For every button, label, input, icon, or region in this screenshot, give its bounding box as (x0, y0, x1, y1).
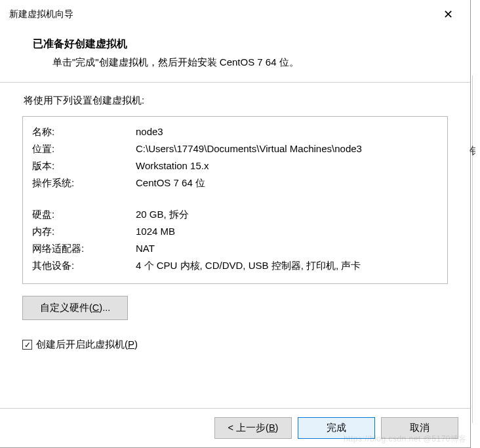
setting-value: NAT (136, 240, 438, 257)
setting-spacer (32, 192, 438, 206)
checkbox-label: 创建后开启此虚拟机(P) (36, 338, 138, 351)
setting-row: 网络适配器:NAT (32, 240, 438, 257)
customize-hardware-button[interactable]: 自定义硬件(C)... (22, 296, 128, 320)
wizard-window: 新建虚拟机向导 ✕ 已准备好创建虚拟机 单击"完成"创建虚拟机，然后开始安装 C… (0, 0, 471, 448)
finish-button[interactable]: 完成 (298, 417, 375, 439)
setting-value: 4 个 CPU 内核, CD/DVD, USB 控制器, 打印机, 声卡 (136, 257, 438, 274)
setting-row: 硬盘:20 GB, 拆分 (32, 206, 438, 223)
setting-row: 位置:C:\Users\17749\Documents\Virtual Mach… (32, 140, 438, 157)
power-on-checkbox-row[interactable]: ✓ 创建后开启此虚拟机(P) (22, 338, 448, 351)
setting-label: 名称: (32, 123, 136, 140)
cancel-button[interactable]: 取消 (381, 417, 458, 439)
setting-label: 内存: (32, 223, 136, 240)
setting-value: CentOS 7 64 位 (136, 174, 438, 192)
setting-row: 操作系统:CentOS 7 64 位 (32, 174, 438, 192)
setting-label: 网络适配器: (32, 240, 136, 257)
setting-value: C:\Users\17749\Documents\Virtual Machine… (136, 140, 438, 157)
settings-intro: 将使用下列设置创建虚拟机: (22, 94, 448, 107)
setting-label: 版本: (32, 157, 136, 174)
wizard-footer: < 上一步(B) 完成 取消 (0, 408, 470, 447)
window-title: 新建虚拟机向导 (9, 9, 73, 20)
settings-summary-box: 名称:node3 位置:C:\Users\17749\Documents\Vir… (22, 116, 448, 284)
back-button[interactable]: < 上一步(B) (214, 417, 292, 439)
setting-row: 其他设备:4 个 CPU 内核, CD/DVD, USB 控制器, 打印机, 声… (32, 257, 438, 274)
checkbox-icon[interactable]: ✓ (22, 340, 32, 350)
titlebar: 新建虚拟机向导 ✕ (0, 0, 470, 28)
wizard-header: 已准备好创建虚拟机 单击"完成"创建虚拟机，然后开始安装 CentOS 7 64… (0, 28, 470, 83)
setting-label: 硬盘: (32, 206, 136, 223)
setting-value: 1024 MB (136, 223, 438, 240)
setting-row: 内存:1024 MB (32, 223, 438, 240)
setting-value: Workstation 15.x (136, 157, 438, 174)
setting-row: 版本:Workstation 15.x (32, 157, 438, 174)
setting-label: 其他设备: (32, 257, 136, 274)
header-subtitle: 单击"完成"创建虚拟机，然后开始安装 CentOS 7 64 位。 (33, 56, 437, 69)
setting-value: 20 GB, 拆分 (136, 206, 438, 223)
setting-label: 操作系统: (32, 174, 136, 192)
close-icon[interactable]: ✕ (435, 3, 461, 26)
setting-row: 名称:node3 (32, 123, 438, 140)
setting-label: 位置: (32, 140, 136, 157)
wizard-content: 将使用下列设置创建虚拟机: 名称:node3 位置:C:\Users\17749… (0, 83, 470, 351)
side-char: 钅 (470, 144, 480, 158)
header-title: 已准备好创建虚拟机 (33, 37, 437, 51)
side-strip (472, 75, 480, 423)
setting-value: node3 (136, 123, 438, 140)
